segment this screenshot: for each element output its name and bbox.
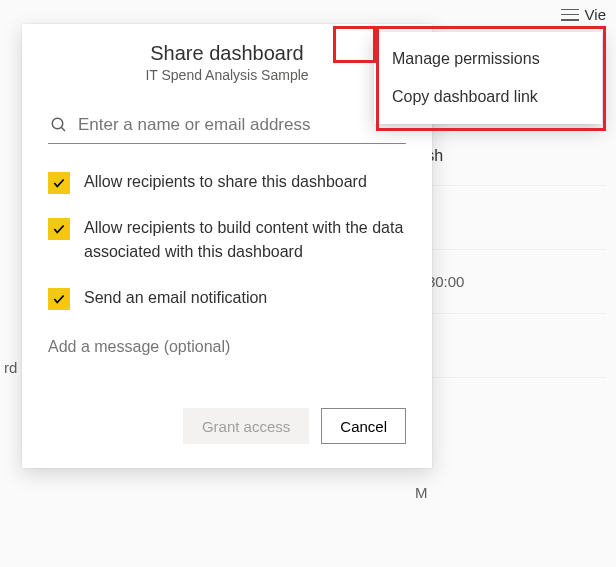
checkbox-label: Allow recipients to build content with t… — [84, 216, 406, 264]
checkbox-icon — [48, 218, 70, 240]
cancel-button[interactable]: Cancel — [321, 408, 406, 444]
search-icon — [50, 116, 68, 134]
checkbox-allow-share[interactable]: Allow recipients to share this dashboard — [48, 170, 406, 194]
checkbox-icon — [48, 172, 70, 194]
left-edge-fragments: rd rd — [0, 335, 17, 567]
recipient-search-row — [48, 107, 406, 144]
checkbox-email-notification[interactable]: Send an email notification — [48, 286, 406, 310]
more-options-menu: Manage permissions Copy dashboard link — [374, 32, 602, 124]
menu-item-manage-permissions[interactable]: Manage permissions — [374, 40, 602, 78]
view-label: Vie — [585, 6, 606, 23]
dialog-header: Share dashboard IT Spend Analysis Sample… — [22, 42, 432, 97]
share-dashboard-dialog: Share dashboard IT Spend Analysis Sample… — [22, 24, 432, 468]
checkbox-label: Send an email notification — [84, 286, 267, 310]
time-fragment: M — [415, 484, 428, 501]
svg-point-0 — [52, 118, 63, 129]
recipient-input[interactable] — [78, 115, 404, 135]
checkbox-allow-build[interactable]: Allow recipients to build content with t… — [48, 216, 406, 264]
checkbox-icon — [48, 288, 70, 310]
svg-line-1 — [61, 127, 65, 131]
message-input[interactable] — [48, 338, 406, 356]
header-view-button[interactable]: Vie — [561, 6, 606, 23]
checkbox-label: Allow recipients to share this dashboard — [84, 170, 367, 194]
menu-item-copy-link[interactable]: Copy dashboard link — [374, 78, 602, 116]
hamburger-icon — [561, 9, 579, 21]
dialog-subtitle: IT Spend Analysis Sample — [72, 67, 382, 83]
grant-access-button[interactable]: Grant access — [183, 408, 309, 444]
dialog-title: Share dashboard — [72, 42, 382, 65]
